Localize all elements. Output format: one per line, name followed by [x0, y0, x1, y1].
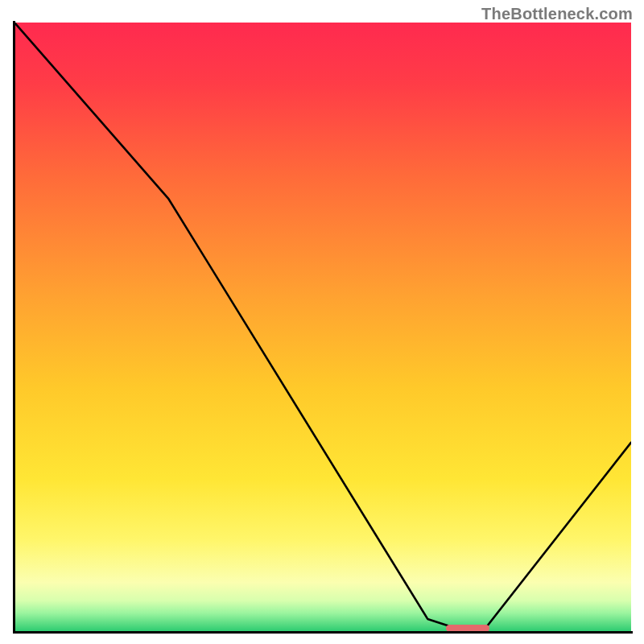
watermark-text: TheBottleneck.com: [481, 5, 633, 23]
optimum-marker: [446, 625, 489, 631]
bottleneck-curve: [14, 23, 631, 631]
plot-area: [14, 23, 631, 631]
y-axis-line: [13, 21, 15, 633]
x-axis-line: [13, 631, 633, 634]
chart-container: TheBottleneck.com: [0, 0, 644, 644]
